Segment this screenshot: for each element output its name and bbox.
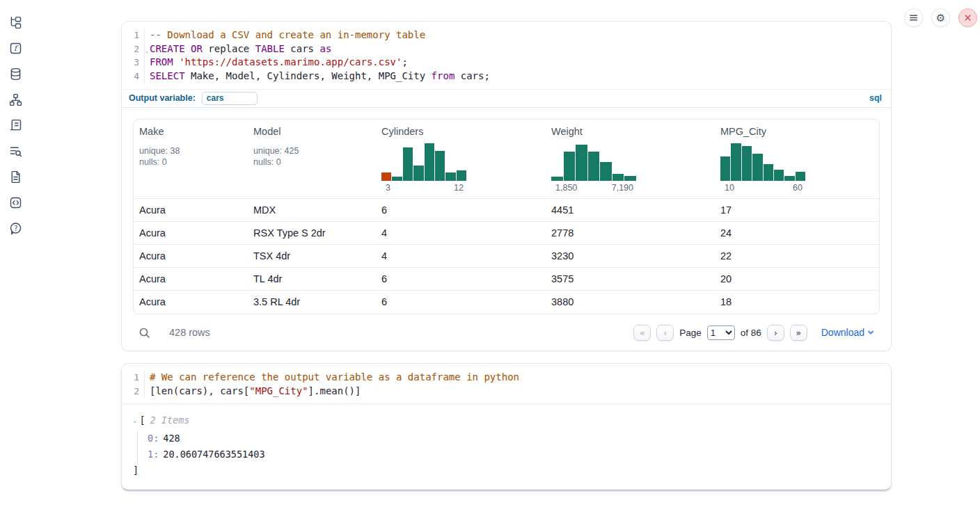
column-header[interactable]: Weight1,8507,190 bbox=[546, 120, 715, 198]
table-row[interactable]: Acura3.5 RL 4dr6388018 bbox=[134, 291, 879, 314]
table-cell: 3.5 RL 4dr bbox=[248, 296, 376, 307]
code-line[interactable]: 1# We can reference the output variable … bbox=[122, 371, 891, 385]
last-page-button[interactable]: » bbox=[790, 325, 807, 341]
code-line[interactable]: 3FROM 'https://datasets.marimo.app/cars.… bbox=[122, 56, 891, 70]
table-cell: Acura bbox=[134, 227, 248, 239]
histogram-bar[interactable] bbox=[381, 172, 391, 181]
table-cell: 17 bbox=[715, 204, 879, 216]
table-cell: 4451 bbox=[546, 204, 715, 216]
table-row[interactable]: AcuraRSX Type S 2dr4277824 bbox=[134, 222, 879, 245]
code-token: CREATE OR bbox=[150, 43, 203, 54]
notebook-actions-toolbar: ⚙ bbox=[904, 8, 977, 27]
table-row[interactable]: AcuraTSX 4dr4323022 bbox=[134, 245, 879, 268]
histogram-bar[interactable] bbox=[764, 164, 773, 181]
column-stats: unique: 425nulls: 0 bbox=[253, 145, 370, 168]
collapse-chevron-icon[interactable]: ⌄ bbox=[133, 417, 136, 424]
settings-icon[interactable]: ⚙ bbox=[931, 8, 950, 27]
histogram-bar[interactable] bbox=[413, 166, 423, 181]
histogram-max-label: 60 bbox=[793, 183, 803, 193]
documentation-icon[interactable] bbox=[8, 170, 23, 184]
histogram-bar[interactable] bbox=[551, 177, 563, 181]
histogram-bars bbox=[381, 143, 466, 181]
column-header[interactable]: Makeunique: 38nulls: 0 bbox=[134, 120, 248, 198]
line-number: 1 bbox=[122, 371, 144, 385]
line-number: 1 bbox=[122, 29, 144, 42]
histogram-bars bbox=[720, 143, 805, 181]
table-row[interactable]: AcuraTL 4dr6357520 bbox=[134, 268, 879, 291]
code-token: 'https://datasets.marimo.app/cars.csv' bbox=[179, 56, 402, 67]
scratchpad-icon[interactable] bbox=[8, 118, 23, 133]
snippets-icon[interactable] bbox=[8, 195, 23, 210]
code-text: # We can reference the output variable a… bbox=[144, 371, 519, 385]
datasources-icon[interactable] bbox=[8, 67, 23, 81]
histogram-bar[interactable] bbox=[784, 176, 794, 181]
code-line[interactable]: 1-- Download a CSV and create an in-memo… bbox=[122, 29, 891, 42]
data-table: Makeunique: 38nulls: 0Modelunique: 425nu… bbox=[133, 119, 880, 314]
code-line[interactable]: 2[len(cars), cars["MPG_City"].mean()] bbox=[122, 385, 891, 399]
dependency-graph-icon[interactable] bbox=[8, 92, 23, 107]
histogram-bar[interactable] bbox=[796, 172, 805, 181]
histogram-bar[interactable] bbox=[588, 152, 600, 181]
page-total-label: of 86 bbox=[741, 328, 761, 338]
histogram-bar[interactable] bbox=[425, 143, 434, 181]
histogram-bar[interactable] bbox=[720, 156, 730, 181]
entry-key: 1: bbox=[148, 449, 159, 460]
column-header[interactable]: MPG_City1060 bbox=[715, 120, 879, 198]
histogram-bar[interactable] bbox=[392, 177, 402, 181]
table-cell: Acura bbox=[134, 204, 248, 216]
sql-code-editor[interactable]: 1-- Download a CSV and create an in-memo… bbox=[122, 22, 891, 89]
histogram-bar[interactable] bbox=[774, 170, 784, 181]
next-page-button[interactable]: › bbox=[767, 325, 784, 341]
histogram-bar[interactable] bbox=[457, 170, 466, 181]
histogram-bar[interactable] bbox=[445, 172, 455, 181]
histogram-axis-labels: 1060 bbox=[720, 183, 805, 193]
histogram-bar[interactable] bbox=[600, 162, 612, 181]
column-header-label: Model bbox=[253, 126, 370, 137]
column-stats: unique: 38nulls: 0 bbox=[139, 145, 242, 168]
column-histogram[interactable]: 1060 bbox=[720, 143, 805, 193]
column-stat-line: unique: 425 bbox=[253, 145, 370, 157]
language-badge[interactable]: sql bbox=[869, 93, 882, 103]
histogram-bar[interactable] bbox=[742, 146, 752, 181]
previous-page-button[interactable]: ‹ bbox=[656, 325, 674, 341]
help-icon[interactable]: ? bbox=[8, 221, 23, 236]
file-explorer-icon[interactable] bbox=[8, 15, 23, 30]
column-header[interactable]: Modelunique: 425nulls: 0 bbox=[248, 120, 376, 198]
code-line[interactable]: 2⌄CREATE OR replace TABLE cars as bbox=[122, 42, 891, 56]
code-line[interactable]: 4SELECT Make, Model, Cylinders, Weight, … bbox=[122, 70, 891, 83]
python-code-editor[interactable]: 1# We can reference the output variable … bbox=[122, 364, 891, 404]
download-button[interactable]: Download bbox=[821, 327, 874, 338]
column-histogram[interactable]: 312 bbox=[381, 143, 466, 193]
table-row[interactable]: AcuraMDX6445117 bbox=[134, 199, 879, 222]
histogram-bar[interactable] bbox=[435, 151, 445, 181]
histogram-bar[interactable] bbox=[624, 176, 636, 181]
column-header[interactable]: Cylinders312 bbox=[376, 120, 546, 198]
histogram-bar[interactable] bbox=[612, 174, 624, 181]
logs-icon[interactable] bbox=[8, 144, 23, 159]
entry-value: 20.060747663551403 bbox=[163, 449, 264, 460]
histogram-bar[interactable] bbox=[564, 152, 576, 181]
function-icon[interactable]: f bbox=[8, 41, 23, 56]
code-token: ; bbox=[402, 56, 407, 67]
histogram-bar[interactable] bbox=[752, 154, 762, 181]
first-page-button[interactable]: « bbox=[633, 325, 651, 341]
code-text: [len(cars), cars["MPG_City"].mean()] bbox=[144, 385, 361, 399]
close-bracket: ] bbox=[133, 464, 880, 477]
code-token: -- Download a CSV and create an in-memor… bbox=[150, 29, 425, 40]
page-select[interactable]: 1 bbox=[707, 325, 735, 340]
column-histogram[interactable]: 1,8507,190 bbox=[551, 143, 636, 193]
output-variable-input[interactable] bbox=[202, 92, 258, 105]
histogram-min-label: 10 bbox=[725, 183, 734, 193]
menu-icon[interactable] bbox=[904, 8, 923, 27]
histogram-max-label: 7,190 bbox=[612, 183, 633, 193]
histogram-bar[interactable] bbox=[576, 145, 587, 181]
shutdown-icon[interactable] bbox=[958, 8, 977, 27]
fold-chevron-icon[interactable]: ⌄ bbox=[145, 45, 148, 58]
sql-cell: 1-- Download a CSV and create an in-memo… bbox=[121, 21, 892, 351]
line-number: 3 bbox=[122, 56, 144, 70]
table-cell: 3575 bbox=[546, 273, 715, 284]
code-token: TABLE bbox=[255, 43, 285, 54]
histogram-bar[interactable] bbox=[731, 143, 741, 181]
histogram-bar[interactable] bbox=[403, 147, 413, 181]
search-icon[interactable] bbox=[139, 327, 150, 339]
